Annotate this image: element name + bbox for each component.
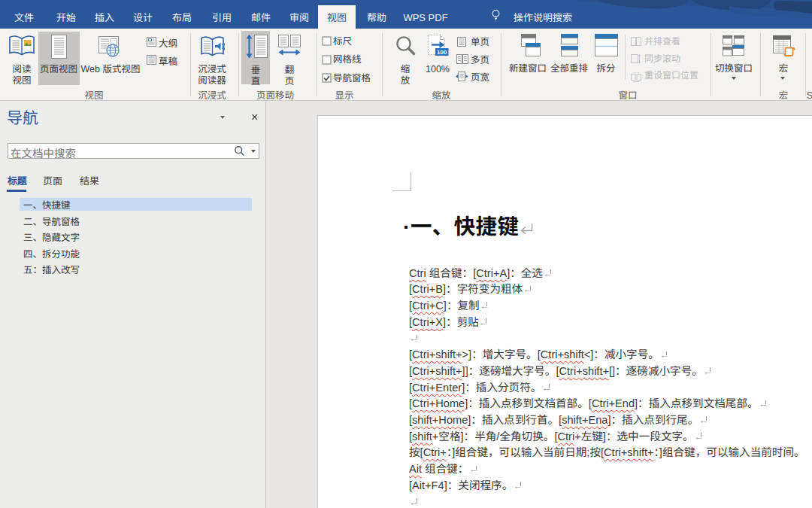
svg-text:100: 100 xyxy=(437,49,447,56)
